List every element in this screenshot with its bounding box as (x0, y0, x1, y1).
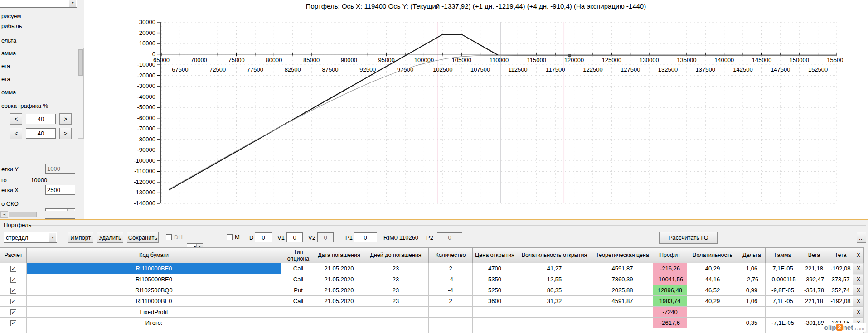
cell-type[interactable] (281, 307, 315, 318)
p1-input[interactable] (354, 232, 377, 242)
delete-row-button[interactable]: X (853, 296, 864, 307)
col-gamma[interactable]: Гамма (766, 248, 800, 263)
cell-theo_price[interactable]: 7860,39 (592, 274, 653, 285)
cell-open_vol[interactable]: 12,55 (517, 274, 592, 285)
cell-code[interactable]: Итого: (27, 318, 281, 328)
sidebar-item-vomma[interactable]: омма (1, 89, 16, 96)
scale-x-input[interactable] (26, 114, 56, 124)
cell-days[interactable] (363, 307, 429, 318)
sidebar-item-gamma[interactable]: амма (1, 50, 16, 57)
cell-delta[interactable] (738, 307, 766, 318)
cell-expiry[interactable] (315, 307, 363, 318)
scrollbar-thumb[interactable] (78, 49, 83, 76)
scale-y-decrease-button[interactable]: < (10, 128, 22, 139)
calc-margin-button[interactable]: Рассчитать ГО (659, 232, 718, 244)
cell-theta[interactable]: 352,74 (828, 285, 853, 296)
col-profit[interactable]: Профит (653, 248, 687, 263)
col-qty[interactable]: Количество (429, 248, 473, 263)
dh-checkbox[interactable] (166, 234, 172, 240)
v2-input[interactable] (317, 232, 334, 242)
cell-expiry[interactable]: 21.05.2020 (315, 285, 363, 296)
cell-theo_price[interactable] (592, 307, 653, 318)
cell-qty[interactable] (429, 307, 473, 318)
row-checkbox[interactable]: ✓ (10, 309, 16, 315)
cell-open_vol[interactable] (517, 318, 592, 328)
cell-code[interactable]: RI110000BE0 (27, 296, 281, 307)
cell-open_price[interactable] (473, 307, 517, 318)
payoff-chart[interactable]: 3000020000100000-10000-20000-30000-40000… (109, 17, 843, 213)
cell-expiry[interactable]: 21.05.2020 (315, 296, 363, 307)
col-days[interactable]: Дней до погашения (363, 248, 429, 263)
col-theta[interactable]: Тета (828, 248, 853, 263)
cell-qty[interactable]: -4 (429, 274, 473, 285)
cell-vol[interactable]: 44,16 (687, 274, 738, 285)
scale-x-increase-button[interactable]: > (59, 113, 72, 125)
cell-delta[interactable]: 1,06 (738, 263, 766, 274)
strategy-combo[interactable]: стреддл ▼ (4, 232, 57, 243)
delete-row-button[interactable]: X (853, 285, 864, 296)
cell-type[interactable]: Call (281, 263, 315, 274)
sidebar-item-delta[interactable]: ельта (1, 37, 16, 44)
cell-profit[interactable]: 12896,48 (653, 285, 687, 296)
cell-vol[interactable]: 46,52 (687, 285, 738, 296)
cell-open_vol[interactable]: 80,35 (517, 285, 592, 296)
delete-button[interactable]: Удалить (97, 232, 123, 243)
cell-theo_price[interactable]: 4591,87 (592, 263, 653, 274)
cell-expiry[interactable]: 21.05.2020 (315, 274, 363, 285)
cell-type[interactable] (281, 318, 315, 328)
cell-theta[interactable]: -192,08 (828, 296, 853, 307)
cell-days[interactable] (363, 318, 429, 328)
sidebar-item-vega[interactable]: ега (1, 63, 10, 69)
cell-gamma[interactable]: 7,1E-05 (766, 263, 800, 274)
cell-type[interactable]: Call (281, 296, 315, 307)
col-x[interactable]: X (853, 248, 864, 263)
cell-profit[interactable]: -2617,6 (653, 318, 687, 328)
cell-profit[interactable]: -7240 (653, 307, 687, 318)
scale-x-decrease-button[interactable]: < (10, 113, 22, 125)
cell-expiry[interactable] (315, 318, 363, 328)
cell-open_price[interactable]: 5350 (473, 274, 517, 285)
cell-gamma[interactable]: -0,000115 (766, 274, 800, 285)
cell-delta[interactable]: 1,06 (738, 296, 766, 307)
delete-row-button[interactable]: X (853, 263, 864, 274)
cell-days[interactable]: 23 (363, 263, 429, 274)
cell-expiry[interactable]: 21.05.2020 (315, 263, 363, 274)
cell-type[interactable]: Put (281, 285, 315, 296)
cell-theo_price[interactable] (592, 318, 653, 328)
sidebar-item-profit[interactable]: рибыль (1, 23, 22, 29)
cell-vol[interactable]: 40,29 (687, 296, 738, 307)
x-grid-input[interactable] (45, 185, 75, 195)
cell-code[interactable]: FixedProfit (27, 307, 281, 318)
import-button[interactable]: Импорт (68, 232, 93, 243)
cell-theta[interactable]: -192,08 (828, 263, 853, 274)
col-type[interactable]: Тип опциона (281, 248, 315, 263)
save-button[interactable]: Сохранить (127, 232, 159, 243)
cell-code[interactable]: RI105000BE0 (27, 274, 281, 285)
cell-code[interactable]: RI102500BQ0 (27, 285, 281, 296)
cell-profit[interactable]: 1983,74 (653, 296, 687, 307)
col-open-vol[interactable]: Волатильность открытия (517, 248, 592, 263)
cell-open_price[interactable]: 5250 (473, 285, 517, 296)
sidebar-top-combo[interactable]: ▼ (0, 0, 77, 8)
cell-gamma[interactable]: -9,8E-05 (766, 285, 800, 296)
col-vega[interactable]: Вега (800, 248, 828, 263)
scroll-left-icon[interactable]: ◄ (0, 211, 8, 218)
cell-theo_price[interactable]: 4591,87 (592, 296, 653, 307)
cell-vol[interactable] (687, 318, 738, 328)
cell-profit[interactable]: -216,26 (653, 263, 687, 274)
cell-theta[interactable]: 373,57 (828, 274, 853, 285)
sidebar-vertical-scrollbar[interactable] (78, 48, 84, 139)
cell-open_vol[interactable] (517, 307, 592, 318)
cell-open_vol[interactable]: 31,32 (517, 296, 592, 307)
delete-row-button[interactable]: X (853, 274, 864, 285)
cell-qty[interactable] (429, 318, 473, 328)
row-checkbox[interactable]: ✓ (10, 288, 16, 294)
cell-open_price[interactable] (473, 318, 517, 328)
m-checkbox[interactable] (227, 234, 233, 240)
cell-vol[interactable]: 40,29 (687, 263, 738, 274)
cell-code[interactable]: RI110000BE0 (27, 263, 281, 274)
cell-theta[interactable] (828, 307, 853, 318)
cell-delta[interactable]: 0,99 (738, 285, 766, 296)
cell-qty[interactable]: 2 (429, 263, 473, 274)
col-calc[interactable]: Расчет (0, 248, 27, 263)
